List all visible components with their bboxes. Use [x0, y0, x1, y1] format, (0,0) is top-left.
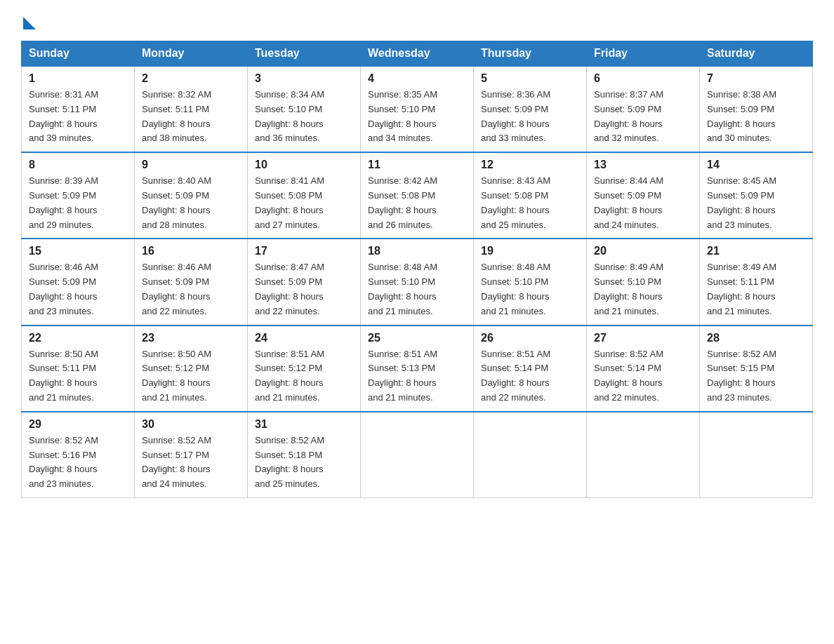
day-number: 23 [142, 332, 240, 344]
day-number: 10 [255, 159, 353, 171]
day-number: 27 [594, 332, 692, 344]
page-header [21, 14, 813, 27]
calendar-cell: 28Sunrise: 8:52 AMSunset: 5:15 PMDayligh… [700, 326, 813, 412]
calendar-cell: 23Sunrise: 8:50 AMSunset: 5:12 PMDayligh… [135, 326, 248, 412]
col-header-sunday: Sunday [22, 41, 135, 67]
day-number: 18 [368, 245, 466, 257]
day-number: 25 [368, 332, 466, 344]
calendar-cell: 20Sunrise: 8:49 AMSunset: 5:10 PMDayligh… [587, 239, 700, 325]
calendar-cell: 22Sunrise: 8:50 AMSunset: 5:11 PMDayligh… [22, 326, 135, 412]
day-info: Sunrise: 8:38 AMSunset: 5:09 PMDaylight:… [707, 88, 805, 146]
day-info: Sunrise: 8:49 AMSunset: 5:10 PMDaylight:… [594, 260, 692, 318]
calendar-header-row: SundayMondayTuesdayWednesdayThursdayFrid… [22, 41, 813, 67]
day-number: 7 [707, 72, 805, 85]
day-number: 15 [29, 245, 127, 257]
calendar-cell: 27Sunrise: 8:52 AMSunset: 5:14 PMDayligh… [587, 326, 700, 412]
week-row-2: 8Sunrise: 8:39 AMSunset: 5:09 PMDaylight… [22, 152, 813, 239]
day-number: 20 [594, 245, 692, 257]
calendar-cell: 31Sunrise: 8:52 AMSunset: 5:18 PMDayligh… [248, 412, 361, 498]
day-number: 16 [142, 245, 240, 257]
calendar-cell: 16Sunrise: 8:46 AMSunset: 5:09 PMDayligh… [135, 239, 248, 325]
day-number: 22 [29, 332, 127, 344]
day-info: Sunrise: 8:52 AMSunset: 5:18 PMDaylight:… [255, 434, 353, 492]
week-row-1: 1Sunrise: 8:31 AMSunset: 5:11 PMDaylight… [22, 66, 813, 152]
calendar-cell: 26Sunrise: 8:51 AMSunset: 5:14 PMDayligh… [474, 326, 587, 412]
calendar-cell: 3Sunrise: 8:34 AMSunset: 5:10 PMDaylight… [248, 66, 361, 152]
day-number: 21 [707, 245, 805, 257]
col-header-saturday: Saturday [700, 41, 813, 67]
day-number: 6 [594, 72, 692, 85]
day-info: Sunrise: 8:52 AMSunset: 5:14 PMDaylight:… [594, 347, 692, 405]
calendar-cell: 21Sunrise: 8:49 AMSunset: 5:11 PMDayligh… [700, 239, 813, 325]
logo [21, 14, 36, 27]
calendar-cell: 24Sunrise: 8:51 AMSunset: 5:12 PMDayligh… [248, 326, 361, 412]
day-number: 13 [594, 159, 692, 171]
day-info: Sunrise: 8:35 AMSunset: 5:10 PMDaylight:… [368, 88, 466, 146]
col-header-wednesday: Wednesday [361, 41, 474, 67]
calendar-cell: 14Sunrise: 8:45 AMSunset: 5:09 PMDayligh… [700, 152, 813, 239]
calendar-cell: 29Sunrise: 8:52 AMSunset: 5:16 PMDayligh… [22, 412, 135, 498]
week-row-5: 29Sunrise: 8:52 AMSunset: 5:16 PMDayligh… [22, 412, 813, 498]
day-number: 31 [255, 418, 353, 431]
calendar-cell: 1Sunrise: 8:31 AMSunset: 5:11 PMDaylight… [22, 66, 135, 152]
calendar-cell: 5Sunrise: 8:36 AMSunset: 5:09 PMDaylight… [474, 66, 587, 152]
calendar-table: SundayMondayTuesdayWednesdayThursdayFrid… [21, 41, 813, 498]
day-number: 30 [142, 418, 240, 431]
day-info: Sunrise: 8:51 AMSunset: 5:14 PMDaylight:… [481, 347, 579, 405]
calendar-cell [700, 412, 813, 498]
day-number: 11 [368, 159, 466, 171]
calendar-cell: 19Sunrise: 8:48 AMSunset: 5:10 PMDayligh… [474, 239, 587, 325]
day-number: 4 [368, 72, 466, 85]
week-row-4: 22Sunrise: 8:50 AMSunset: 5:11 PMDayligh… [22, 326, 813, 412]
calendar-cell: 10Sunrise: 8:41 AMSunset: 5:08 PMDayligh… [248, 152, 361, 239]
day-info: Sunrise: 8:49 AMSunset: 5:11 PMDaylight:… [707, 260, 805, 318]
day-number: 12 [481, 159, 579, 171]
calendar-cell: 6Sunrise: 8:37 AMSunset: 5:09 PMDaylight… [587, 66, 700, 152]
day-number: 19 [481, 245, 579, 257]
day-info: Sunrise: 8:47 AMSunset: 5:09 PMDaylight:… [255, 260, 353, 318]
calendar-cell: 12Sunrise: 8:43 AMSunset: 5:08 PMDayligh… [474, 152, 587, 239]
day-number: 9 [142, 159, 240, 171]
day-number: 14 [707, 159, 805, 171]
day-info: Sunrise: 8:52 AMSunset: 5:15 PMDaylight:… [707, 347, 805, 405]
day-number: 28 [707, 332, 805, 344]
calendar-cell: 11Sunrise: 8:42 AMSunset: 5:08 PMDayligh… [361, 152, 474, 239]
day-info: Sunrise: 8:36 AMSunset: 5:09 PMDaylight:… [481, 88, 579, 146]
calendar-cell [587, 412, 700, 498]
col-header-friday: Friday [587, 41, 700, 67]
day-info: Sunrise: 8:45 AMSunset: 5:09 PMDaylight:… [707, 174, 805, 232]
day-number: 1 [29, 72, 127, 85]
logo-top [21, 14, 36, 29]
calendar-cell: 18Sunrise: 8:48 AMSunset: 5:10 PMDayligh… [361, 239, 474, 325]
day-info: Sunrise: 8:32 AMSunset: 5:11 PMDaylight:… [142, 88, 240, 146]
day-number: 29 [29, 418, 127, 431]
col-header-monday: Monday [135, 41, 248, 67]
day-info: Sunrise: 8:41 AMSunset: 5:08 PMDaylight:… [255, 174, 353, 232]
day-info: Sunrise: 8:39 AMSunset: 5:09 PMDaylight:… [29, 174, 127, 232]
calendar-cell: 15Sunrise: 8:46 AMSunset: 5:09 PMDayligh… [22, 239, 135, 325]
calendar-cell: 30Sunrise: 8:52 AMSunset: 5:17 PMDayligh… [135, 412, 248, 498]
day-number: 24 [255, 332, 353, 344]
day-info: Sunrise: 8:48 AMSunset: 5:10 PMDaylight:… [368, 260, 466, 318]
day-info: Sunrise: 8:42 AMSunset: 5:08 PMDaylight:… [368, 174, 466, 232]
day-info: Sunrise: 8:50 AMSunset: 5:11 PMDaylight:… [29, 347, 127, 405]
calendar-cell: 13Sunrise: 8:44 AMSunset: 5:09 PMDayligh… [587, 152, 700, 239]
day-info: Sunrise: 8:50 AMSunset: 5:12 PMDaylight:… [142, 347, 240, 405]
calendar-cell: 17Sunrise: 8:47 AMSunset: 5:09 PMDayligh… [248, 239, 361, 325]
day-info: Sunrise: 8:37 AMSunset: 5:09 PMDaylight:… [594, 88, 692, 146]
calendar-cell: 4Sunrise: 8:35 AMSunset: 5:10 PMDaylight… [361, 66, 474, 152]
day-info: Sunrise: 8:51 AMSunset: 5:12 PMDaylight:… [255, 347, 353, 405]
day-info: Sunrise: 8:43 AMSunset: 5:08 PMDaylight:… [481, 174, 579, 232]
day-info: Sunrise: 8:40 AMSunset: 5:09 PMDaylight:… [142, 174, 240, 232]
day-info: Sunrise: 8:52 AMSunset: 5:17 PMDaylight:… [142, 434, 240, 492]
calendar-cell: 2Sunrise: 8:32 AMSunset: 5:11 PMDaylight… [135, 66, 248, 152]
day-number: 8 [29, 159, 127, 171]
day-number: 3 [255, 72, 353, 85]
day-info: Sunrise: 8:31 AMSunset: 5:11 PMDaylight:… [29, 88, 127, 146]
calendar-cell: 25Sunrise: 8:51 AMSunset: 5:13 PMDayligh… [361, 326, 474, 412]
calendar-cell: 7Sunrise: 8:38 AMSunset: 5:09 PMDaylight… [700, 66, 813, 152]
day-number: 2 [142, 72, 240, 85]
week-row-3: 15Sunrise: 8:46 AMSunset: 5:09 PMDayligh… [22, 239, 813, 325]
day-info: Sunrise: 8:51 AMSunset: 5:13 PMDaylight:… [368, 347, 466, 405]
day-info: Sunrise: 8:34 AMSunset: 5:10 PMDaylight:… [255, 88, 353, 146]
